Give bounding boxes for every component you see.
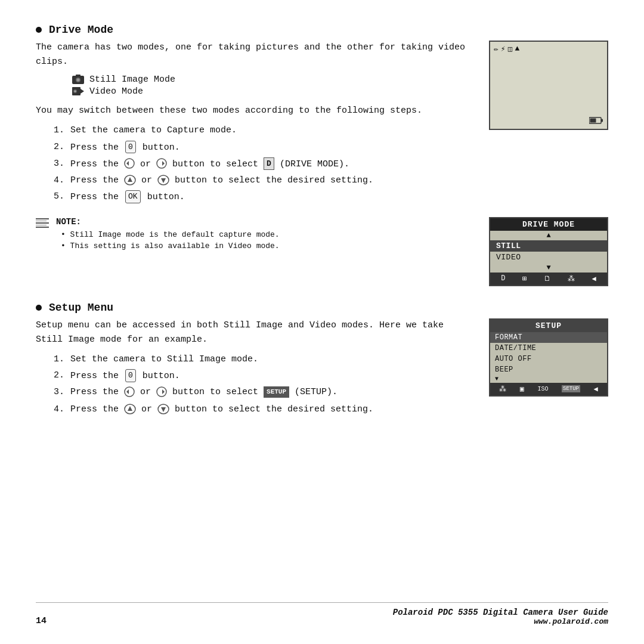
dial-right-icon-2 (156, 386, 167, 397)
video-icon (72, 86, 85, 97)
menu-icon-doc: 🗋 (544, 274, 551, 283)
menu-bottom-bar: D ⊞ 🗋 ⁂ ◀ (490, 273, 607, 285)
setup-step-1: 1. Set the camera to Still Image mode. (54, 353, 471, 367)
svg-rect-17 (601, 119, 603, 122)
lcd-battery (589, 117, 603, 126)
drive-icon: D (264, 157, 274, 171)
note-content: NOTE: • Still Image mode is the default … (56, 217, 470, 252)
step-3: 3. Press the or button to select D (DRIV… (54, 157, 471, 171)
setup-row-beep: Beep (490, 364, 607, 375)
setup-bottom-icon-1: ⁂ (499, 385, 506, 394)
svg-marker-22 (162, 389, 165, 394)
footer-url: www.polaroid.com (393, 617, 608, 626)
camera-icon (72, 74, 85, 85)
drive-mode-menu-header: Drive Mode (490, 218, 607, 231)
svg-marker-13 (128, 177, 132, 182)
menu-row-still: Still (490, 240, 607, 252)
setup-row-datetime: Date/Time (490, 343, 607, 354)
lcd-top-icons: ✏ ⚡ ◫ ▲ (490, 42, 607, 56)
menu-down-arrow: ▼ (490, 263, 607, 273)
note-item-2: • This setting is also available in Vide… (61, 240, 470, 252)
page-number: 14 (36, 616, 47, 626)
svg-marker-9 (126, 161, 129, 166)
bullet-icon-2 (36, 305, 42, 311)
setup-menu-box: Setup Format Date/Time Auto Off Beep ▼ ⁂… (489, 318, 608, 397)
svg-marker-15 (161, 178, 166, 183)
setup-row-format: Format (490, 332, 607, 343)
drive-mode-right: ✏ ⚡ ◫ ▲ (483, 41, 608, 208)
svg-point-10 (157, 159, 166, 168)
setup-row-arrow: ▼ (490, 375, 607, 383)
drive-mode-steps: 1. Set the camera to Capture mode. 2. Pr… (54, 124, 471, 205)
drive-mode-section: Drive Mode The camera has two modes, one… (36, 24, 608, 296)
down-arrow-icon (157, 175, 169, 185)
btn-0: 0 (125, 141, 136, 154)
svg-rect-18 (590, 119, 596, 123)
setup-intro: Setup menu can be accessed in both Still… (36, 318, 471, 347)
menu-icon-settings: ⁂ (568, 274, 575, 283)
setup-step-4: 4. Press the or button to select the des… (54, 403, 471, 417)
setup-bottom-icon-iso: ISO (537, 386, 548, 392)
note-item-1: • Still Image mode is the default captur… (61, 229, 470, 241)
footer: 14 Polaroid PDC 5355 Digital Camera User… (36, 602, 608, 626)
btn-ok: OK (125, 190, 141, 203)
video-mode-label: Video Mode (89, 86, 143, 97)
step-4: 4. Press the or button to select the des… (54, 174, 471, 188)
down-arrow-icon-2 (157, 404, 169, 414)
svg-point-2 (77, 79, 80, 82)
setup-bottom-icon-setup: SETUP (562, 385, 580, 392)
setup-icon: SETUP (264, 386, 289, 398)
svg-point-21 (157, 387, 166, 397)
setup-menu-header: Setup (490, 320, 607, 332)
step-1: 1. Set the camera to Capture mode. (54, 124, 471, 138)
setup-right: Setup Format Date/Time Auto Off Beep ▼ ⁂… (483, 318, 608, 420)
footer-right: Polaroid PDC 5355 Digital Camera User Gu… (393, 608, 608, 626)
dial-left-icon (124, 158, 135, 169)
note-title: NOTE: (56, 217, 470, 227)
still-image-line: Still Image Mode (72, 74, 471, 85)
svg-marker-11 (162, 161, 165, 166)
drive-mode-menu: Drive Mode ▲ Still Video ▼ D ⊞ 🗋 ⁂ ◀ (489, 217, 608, 286)
svg-marker-20 (126, 389, 129, 394)
note-icon (36, 218, 49, 228)
up-arrow-icon (124, 175, 136, 185)
bullet-icon (36, 27, 42, 33)
menu-up-arrow: ▲ (490, 231, 607, 240)
btn-0-2: 0 (125, 369, 136, 382)
dial-left-icon-2 (124, 386, 135, 397)
setup-left: Setup menu can be accessed in both Still… (36, 318, 471, 420)
up-arrow-icon-2 (124, 404, 136, 414)
menu-row-video: Video (490, 252, 607, 263)
setup-menu-section: Setup Menu Setup menu can be accessed in… (36, 302, 608, 420)
svg-marker-26 (161, 407, 166, 412)
menu-icon-drive: D (501, 274, 505, 283)
lcd-preview: ✏ ⚡ ◫ ▲ (489, 41, 608, 130)
lcd-img-icon: ◫ (508, 44, 513, 54)
note-section: NOTE: • Still Image mode is the default … (36, 217, 608, 286)
lcd-flash-icon: ⚡ (501, 44, 506, 54)
setup-menu-bottom: ⁂ ▣ ISO SETUP ◀ (490, 383, 607, 395)
svg-rect-3 (76, 75, 80, 76)
lcd-cam-icon: ✏ (494, 44, 499, 54)
drive-mode-left: The camera has two modes, one for taking… (36, 41, 471, 208)
svg-marker-5 (80, 89, 84, 94)
svg-marker-24 (128, 406, 132, 411)
dial-right-icon (156, 158, 167, 169)
drive-mode-title: Drive Mode (36, 24, 608, 36)
setup-steps: 1. Set the camera to Still Image mode. 2… (54, 353, 471, 417)
footer-title: Polaroid PDC 5355 Digital Camera User Gu… (393, 608, 608, 617)
drive-mode-menu-box: Drive Mode ▲ Still Video ▼ D ⊞ 🗋 ⁂ ◀ (489, 217, 608, 286)
setup-step-3: 3. Press the or button to select SETUP (… (54, 386, 471, 400)
menu-icon-grid: ⊞ (522, 274, 527, 283)
drive-mode-intro: The camera has two modes, one for taking… (36, 41, 471, 69)
still-image-label: Still Image Mode (89, 75, 175, 85)
step-2: 2. Press the 0 button. (54, 141, 471, 154)
svg-point-19 (125, 387, 134, 397)
page: Drive Mode The camera has two modes, one… (0, 0, 644, 644)
setup-bottom-icon-arrow: ◀ (594, 385, 598, 394)
drive-mode-switch-intro: You may switch between these two modes a… (36, 104, 471, 118)
menu-icon-arrow: ◀ (592, 274, 596, 283)
setup-menu-title: Setup Menu (36, 302, 608, 314)
svg-point-7 (75, 91, 76, 92)
battery-icon (589, 117, 603, 124)
